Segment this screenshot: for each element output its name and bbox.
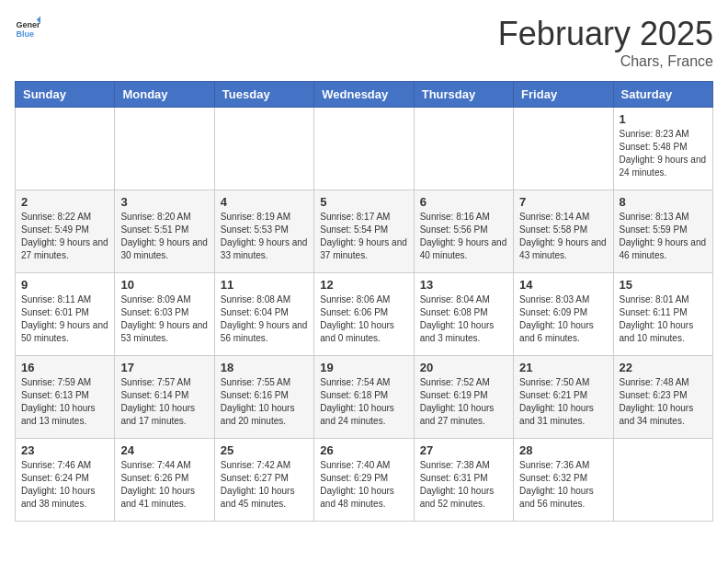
col-sunday: Sunday — [16, 82, 115, 108]
day-number: 17 — [120, 361, 208, 374]
calendar-cell: 25Sunrise: 7:42 AM Sunset: 6:27 PM Dayli… — [214, 439, 313, 522]
day-number: 24 — [120, 443, 208, 457]
calendar-cell: 21Sunrise: 7:50 AM Sunset: 6:21 PM Dayli… — [514, 356, 613, 439]
title-section: February 2025 Chars, France — [498, 15, 713, 70]
day-info: Sunrise: 7:42 AM Sunset: 6:27 PM Dayligh… — [221, 459, 308, 511]
calendar-cell: 10Sunrise: 8:09 AM Sunset: 6:03 PM Dayli… — [115, 273, 214, 356]
calendar-week-2: 2Sunrise: 8:22 AM Sunset: 5:49 PM Daylig… — [16, 190, 713, 273]
day-info: Sunrise: 7:38 AM Sunset: 6:31 PM Dayligh… — [420, 459, 507, 511]
day-info: Sunrise: 7:57 AM Sunset: 6:14 PM Dayligh… — [120, 376, 208, 428]
calendar-table: Sunday Monday Tuesday Wednesday Thursday… — [15, 81, 713, 522]
day-number: 20 — [420, 361, 507, 374]
day-number: 28 — [519, 443, 607, 457]
logo: General Blue — [15, 15, 40, 40]
calendar-cell: 27Sunrise: 7:38 AM Sunset: 6:31 PM Dayli… — [414, 439, 513, 522]
page-header: General Blue February 2025 Chars, France — [15, 15, 713, 70]
col-tuesday: Tuesday — [214, 82, 313, 108]
calendar-header-row: Sunday Monday Tuesday Wednesday Thursday… — [16, 82, 713, 108]
calendar-cell: 15Sunrise: 8:01 AM Sunset: 6:11 PM Dayli… — [613, 273, 712, 356]
day-info: Sunrise: 8:16 AM Sunset: 5:56 PM Dayligh… — [420, 211, 507, 262]
day-info: Sunrise: 7:54 AM Sunset: 6:18 PM Dayligh… — [320, 376, 407, 428]
calendar-cell: 16Sunrise: 7:59 AM Sunset: 6:13 PM Dayli… — [16, 356, 115, 439]
col-saturday: Saturday — [613, 82, 712, 108]
day-number: 10 — [120, 278, 208, 292]
day-info: Sunrise: 7:55 AM Sunset: 6:16 PM Dayligh… — [221, 376, 308, 428]
day-number: 3 — [120, 195, 208, 209]
day-info: Sunrise: 8:20 AM Sunset: 5:51 PM Dayligh… — [120, 211, 208, 262]
day-number: 8 — [620, 195, 707, 209]
day-info: Sunrise: 8:23 AM Sunset: 5:48 PM Dayligh… — [620, 128, 707, 179]
logo-icon: General Blue — [15, 15, 40, 40]
day-info: Sunrise: 8:17 AM Sunset: 5:54 PM Dayligh… — [320, 211, 407, 262]
col-wednesday: Wednesday — [314, 82, 414, 108]
day-number: 7 — [519, 195, 607, 209]
calendar-cell: 11Sunrise: 8:08 AM Sunset: 6:04 PM Dayli… — [214, 273, 313, 356]
day-number: 19 — [320, 361, 407, 374]
calendar-cell: 26Sunrise: 7:40 AM Sunset: 6:29 PM Dayli… — [314, 439, 414, 522]
day-info: Sunrise: 8:03 AM Sunset: 6:09 PM Dayligh… — [519, 293, 607, 345]
calendar-cell: 3Sunrise: 8:20 AM Sunset: 5:51 PM Daylig… — [115, 190, 214, 273]
day-info: Sunrise: 8:06 AM Sunset: 6:06 PM Dayligh… — [320, 293, 407, 345]
calendar-week-5: 23Sunrise: 7:46 AM Sunset: 6:24 PM Dayli… — [16, 439, 713, 522]
svg-text:General: General — [16, 20, 40, 29]
day-info: Sunrise: 7:50 AM Sunset: 6:21 PM Dayligh… — [519, 376, 607, 428]
calendar-cell: 5Sunrise: 8:17 AM Sunset: 5:54 PM Daylig… — [314, 190, 414, 273]
svg-text:Blue: Blue — [16, 29, 34, 39]
day-info: Sunrise: 7:40 AM Sunset: 6:29 PM Dayligh… — [320, 459, 407, 511]
calendar-cell: 1Sunrise: 8:23 AM Sunset: 5:48 PM Daylig… — [613, 108, 712, 190]
day-info: Sunrise: 8:08 AM Sunset: 6:04 PM Dayligh… — [221, 293, 308, 345]
day-info: Sunrise: 8:13 AM Sunset: 5:59 PM Dayligh… — [620, 211, 707, 262]
calendar-cell: 22Sunrise: 7:48 AM Sunset: 6:23 PM Dayli… — [613, 356, 712, 439]
calendar-cell: 20Sunrise: 7:52 AM Sunset: 6:19 PM Dayli… — [414, 356, 513, 439]
day-info: Sunrise: 8:14 AM Sunset: 5:58 PM Dayligh… — [519, 211, 607, 262]
day-number: 26 — [320, 443, 407, 457]
calendar-cell: 4Sunrise: 8:19 AM Sunset: 5:53 PM Daylig… — [214, 190, 313, 273]
col-monday: Monday — [115, 82, 214, 108]
day-info: Sunrise: 7:36 AM Sunset: 6:32 PM Dayligh… — [519, 459, 607, 511]
calendar-cell — [514, 108, 613, 190]
calendar-cell: 28Sunrise: 7:36 AM Sunset: 6:32 PM Dayli… — [514, 439, 613, 522]
day-number: 14 — [519, 278, 607, 292]
day-number: 27 — [420, 443, 507, 457]
day-number: 21 — [519, 361, 607, 374]
day-info: Sunrise: 7:52 AM Sunset: 6:19 PM Dayligh… — [420, 376, 507, 428]
calendar-cell: 8Sunrise: 8:13 AM Sunset: 5:59 PM Daylig… — [613, 190, 712, 273]
calendar-cell — [115, 108, 214, 190]
calendar-cell: 18Sunrise: 7:55 AM Sunset: 6:16 PM Dayli… — [214, 356, 313, 439]
day-number: 9 — [21, 278, 108, 292]
calendar-cell: 13Sunrise: 8:04 AM Sunset: 6:08 PM Dayli… — [414, 273, 513, 356]
day-info: Sunrise: 7:46 AM Sunset: 6:24 PM Dayligh… — [21, 459, 108, 511]
day-info: Sunrise: 7:44 AM Sunset: 6:26 PM Dayligh… — [120, 459, 208, 511]
day-number: 15 — [620, 278, 707, 292]
calendar-cell: 12Sunrise: 8:06 AM Sunset: 6:06 PM Dayli… — [314, 273, 414, 356]
calendar-cell: 7Sunrise: 8:14 AM Sunset: 5:58 PM Daylig… — [514, 190, 613, 273]
day-number: 13 — [420, 278, 507, 292]
calendar-cell: 17Sunrise: 7:57 AM Sunset: 6:14 PM Dayli… — [115, 356, 214, 439]
calendar-title: February 2025 — [498, 15, 713, 53]
day-number: 25 — [221, 443, 308, 457]
calendar-cell: 24Sunrise: 7:44 AM Sunset: 6:26 PM Dayli… — [115, 439, 214, 522]
calendar-cell — [214, 108, 313, 190]
day-number: 5 — [320, 195, 407, 209]
calendar-cell: 6Sunrise: 8:16 AM Sunset: 5:56 PM Daylig… — [414, 190, 513, 273]
calendar-cell — [314, 108, 414, 190]
day-info: Sunrise: 7:48 AM Sunset: 6:23 PM Dayligh… — [620, 376, 707, 428]
calendar-cell: 23Sunrise: 7:46 AM Sunset: 6:24 PM Dayli… — [16, 439, 115, 522]
calendar-cell — [414, 108, 513, 190]
calendar-cell: 2Sunrise: 8:22 AM Sunset: 5:49 PM Daylig… — [16, 190, 115, 273]
calendar-week-1: 1Sunrise: 8:23 AM Sunset: 5:48 PM Daylig… — [16, 108, 713, 190]
day-number: 6 — [420, 195, 507, 209]
col-thursday: Thursday — [414, 82, 513, 108]
calendar-cell: 14Sunrise: 8:03 AM Sunset: 6:09 PM Dayli… — [514, 273, 613, 356]
calendar-cell: 19Sunrise: 7:54 AM Sunset: 6:18 PM Dayli… — [314, 356, 414, 439]
day-number: 4 — [221, 195, 308, 209]
day-number: 16 — [21, 361, 108, 374]
calendar-subtitle: Chars, France — [498, 53, 713, 70]
day-info: Sunrise: 8:11 AM Sunset: 6:01 PM Dayligh… — [21, 293, 108, 345]
day-number: 1 — [620, 112, 707, 126]
day-info: Sunrise: 8:01 AM Sunset: 6:11 PM Dayligh… — [620, 293, 707, 345]
day-number: 22 — [620, 361, 707, 374]
day-number: 18 — [221, 361, 308, 374]
day-number: 23 — [21, 443, 108, 457]
day-info: Sunrise: 8:09 AM Sunset: 6:03 PM Dayligh… — [120, 293, 208, 345]
